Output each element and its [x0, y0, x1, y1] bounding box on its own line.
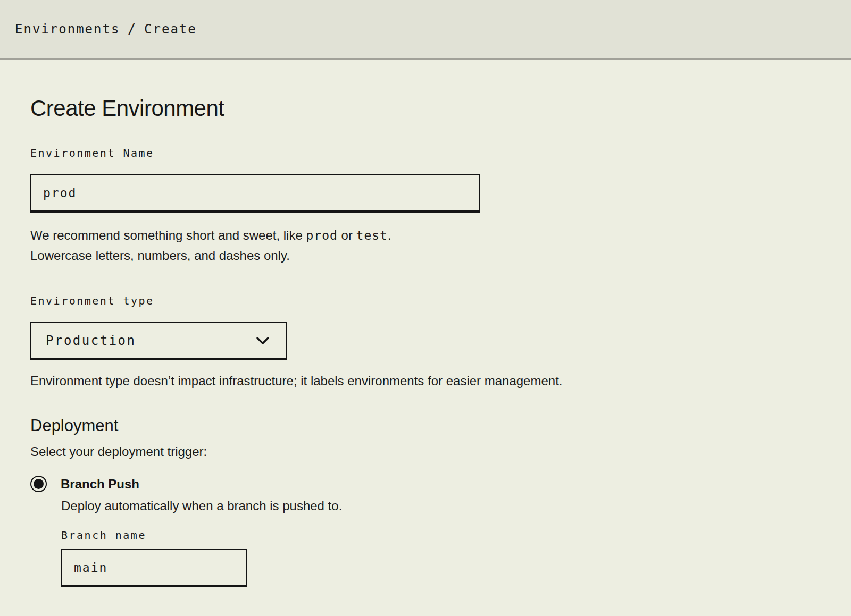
radio-branch-push[interactable]: Branch Push — [30, 476, 819, 492]
breadcrumb-bar: Environments / Create — [0, 0, 851, 60]
breadcrumb-separator: / — [127, 21, 137, 37]
deployment-subtitle: Select your deployment trigger: — [30, 443, 819, 461]
help-code-prod: prod — [306, 229, 337, 242]
help-code-test: test — [356, 229, 388, 242]
help-line-2: Lowercase letters, numbers, and dashes o… — [30, 246, 819, 266]
breadcrumb-create[interactable]: Create — [144, 22, 197, 37]
environment-name-input[interactable] — [30, 174, 480, 213]
help-line-1: We recommend something short and sweet, … — [30, 225, 819, 246]
radio-selected-dot — [34, 479, 44, 489]
branch-name-label: Branch name — [61, 529, 819, 542]
branch-push-option-body: Deploy automatically when a branch is pu… — [61, 497, 819, 587]
radio-branch-push-label[interactable]: Branch Push — [61, 477, 139, 492]
branch-name-input[interactable] — [61, 549, 247, 587]
help-text: or — [338, 228, 356, 242]
create-environment-form: Create Environment Environment Name We r… — [0, 60, 851, 587]
breadcrumb-environments[interactable]: Environments — [15, 22, 120, 37]
environment-type-value: Production — [46, 333, 136, 348]
environment-name-help: We recommend something short and sweet, … — [30, 225, 819, 266]
help-text: . — [388, 228, 391, 242]
branch-push-description: Deploy automatically when a branch is pu… — [61, 497, 819, 515]
environment-type-select[interactable]: Production — [30, 322, 287, 360]
help-text: We recommend something short and sweet, … — [30, 228, 306, 242]
page-title: Create Environment — [30, 96, 819, 121]
environment-type-help: Environment type doesn’t impact infrastr… — [30, 372, 819, 391]
breadcrumb: Environments / Create — [15, 21, 197, 37]
deployment-heading: Deployment — [30, 416, 819, 435]
environment-name-label: Environment Name — [30, 147, 819, 159]
chevron-down-icon — [254, 335, 271, 346]
environment-type-label: Environment type — [30, 294, 819, 307]
radio-button-icon[interactable] — [30, 476, 47, 492]
